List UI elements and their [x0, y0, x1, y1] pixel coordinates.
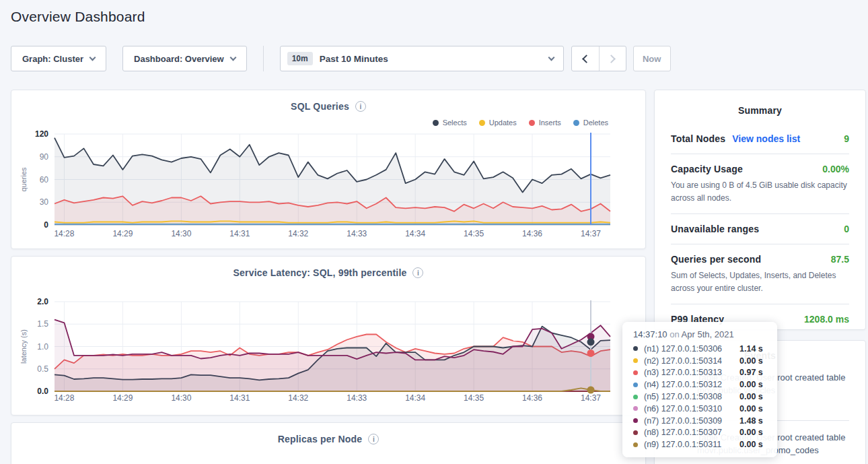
node-address: (n4) 127.0.0.1:50312	[644, 380, 739, 389]
svg-text:14:34: 14:34	[405, 393, 425, 403]
graph-selector-dropdown[interactable]: Graph: Cluster	[11, 46, 106, 71]
unavailable-ranges-value: 0	[844, 224, 849, 234]
node-color-dot-icon	[633, 346, 638, 351]
svg-text:latency (s): latency (s)	[20, 329, 28, 364]
time-range-badge: 10m	[287, 52, 313, 65]
node-color-dot-icon	[633, 395, 638, 399]
graph-selector-label: Graph: Cluster	[22, 54, 83, 64]
now-button[interactable]: Now	[633, 46, 671, 71]
summary-panel: Summary Total Nodes View nodes list 9 Ca…	[654, 90, 866, 330]
svg-text:14:33: 14:33	[347, 229, 367, 238]
svg-text:60: 60	[40, 175, 49, 185]
svg-text:0: 0	[44, 220, 48, 230]
tooltip-timestamp: 14:37:10 on Apr 5th, 2021	[633, 329, 768, 339]
tooltip-node-row: (n6) 127.0.0.1:503100.00 s	[633, 403, 768, 415]
node-color-dot-icon	[633, 370, 638, 375]
total-nodes-value: 9	[844, 133, 849, 144]
node-color-dot-icon	[633, 430, 638, 435]
tooltip-node-row: (n1) 127.0.0.1:503061.14 s	[633, 343, 768, 355]
node-address: (n5) 127.0.0.1:50308	[644, 392, 739, 401]
svg-text:14:36: 14:36	[522, 393, 542, 403]
node-address: (n3) 127.0.0.1:50313	[644, 368, 739, 377]
svg-text:0.0: 0.0	[37, 387, 48, 396]
node-latency-value: 1.48 s	[739, 416, 763, 426]
node-latency-value: 0.00 s	[739, 380, 763, 389]
svg-text:14:31: 14:31	[229, 229, 250, 238]
svg-text:14:28: 14:28	[54, 229, 74, 238]
svg-text:14:29: 14:29	[112, 393, 133, 403]
svg-text:14:35: 14:35	[464, 229, 484, 238]
overview-dashboard-page: Overview Dashboard Graph: Cluster Dashbo…	[0, 0, 868, 464]
chevron-right-icon	[607, 55, 616, 63]
total-nodes-label: Total Nodes	[671, 133, 725, 144]
node-color-dot-icon	[633, 383, 638, 387]
capacity-usage-value: 0.00%	[822, 164, 849, 174]
p99-latency-value: 1208.0 ms	[804, 314, 849, 325]
unavailable-ranges-label: Unavailable ranges	[671, 224, 759, 234]
svg-text:14:36: 14:36	[522, 229, 542, 238]
tooltip-node-row: (n5) 127.0.0.1:503080.00 s	[633, 391, 768, 403]
tooltip-node-row: (n4) 127.0.0.1:503120.00 s	[633, 378, 768, 391]
capacity-usage-description: You are using 0 B of 4.5 GiB usable disk…	[671, 179, 849, 204]
node-address: (n1) 127.0.0.1:50306	[644, 344, 739, 354]
svg-text:14:31: 14:31	[229, 393, 250, 403]
node-color-dot-icon	[633, 442, 638, 447]
svg-text:queries: queries	[20, 167, 28, 192]
queries-per-second-value: 87.5	[831, 254, 849, 265]
service-latency-card: Service Latency: SQL, 99th percentile i …	[11, 256, 646, 416]
next-time-button[interactable]	[599, 46, 626, 71]
divider	[671, 213, 849, 214]
svg-text:14:30: 14:30	[171, 393, 191, 403]
page-title: Overview Dashboard	[11, 9, 145, 25]
node-latency-value: 1.14 s	[739, 344, 763, 354]
svg-text:90: 90	[40, 152, 49, 162]
service-latency-chart[interactable]: 14:2814:2914:3014:3114:3214:3314:3414:35…	[11, 257, 645, 415]
node-latency-value: 0.00 s	[739, 404, 763, 413]
replicas-per-node-card: Replicas per Node i	[11, 422, 646, 464]
tooltip-node-row: (n9) 127.0.0.1:503110.00 s	[633, 438, 768, 451]
node-latency-value: 0.00 s	[739, 428, 763, 437]
svg-text:14:37: 14:37	[581, 229, 601, 238]
chevron-down-icon	[229, 54, 236, 61]
svg-text:14:28: 14:28	[54, 393, 74, 403]
node-latency-value: 0.00 s	[739, 392, 763, 401]
chevron-left-icon	[582, 55, 591, 63]
time-step-buttons	[571, 46, 626, 71]
dashboard-selector-dropdown[interactable]: Dashboard: Overview	[122, 46, 247, 71]
tooltip-node-row: (n7) 127.0.0.1:503091.48 s	[633, 415, 768, 427]
svg-text:14:33: 14:33	[347, 393, 367, 403]
prev-time-button[interactable]	[572, 46, 599, 71]
sql-queries-chart[interactable]: 14:2814:2914:3014:3114:3214:3314:3414:35…	[11, 90, 645, 248]
tooltip-node-row: (n2) 127.0.0.1:503140.00 s	[633, 355, 768, 367]
sql-queries-card: SQL Queries i SelectsUpdatesInsertsDelet…	[11, 90, 646, 249]
summary-title: Summary	[671, 105, 849, 116]
svg-text:0.5: 0.5	[37, 364, 48, 374]
dashboard-selector-label: Dashboard: Overview	[134, 54, 224, 64]
view-nodes-list-link[interactable]: View nodes list	[732, 133, 800, 144]
node-color-dot-icon	[633, 418, 638, 423]
svg-text:2.0: 2.0	[37, 297, 48, 306]
time-range-dropdown[interactable]: 10m Past 10 Minutes	[280, 46, 564, 71]
chevron-down-icon	[89, 54, 96, 61]
tooltip-node-row: (n8) 127.0.0.1:503070.00 s	[633, 427, 768, 439]
node-latency-value: 0.00 s	[739, 440, 763, 449]
svg-text:14:32: 14:32	[288, 229, 308, 238]
node-address: (n7) 127.0.0.1:50309	[644, 416, 739, 426]
svg-text:14:37: 14:37	[581, 393, 601, 403]
time-range-label: Past 10 Minutes	[320, 54, 542, 64]
divider	[671, 304, 849, 304]
queries-per-second-description: Sum of Selects, Updates, Inserts, and De…	[671, 269, 849, 294]
capacity-usage-row: Capacity Usage 0.00%	[671, 164, 849, 174]
toolbar-divider	[263, 46, 264, 71]
total-nodes-row: Total Nodes View nodes list 9	[671, 133, 849, 144]
svg-text:14:35: 14:35	[464, 393, 484, 403]
svg-text:1.0: 1.0	[37, 342, 48, 352]
svg-text:120: 120	[35, 129, 48, 139]
info-icon[interactable]: i	[368, 434, 379, 444]
replicas-chart-title: Replicas per Node	[278, 434, 363, 444]
svg-text:14:32: 14:32	[288, 393, 308, 403]
svg-text:14:30: 14:30	[171, 229, 191, 238]
node-address: (n6) 127.0.0.1:50310	[644, 404, 739, 413]
chart-hover-tooltip: 14:37:10 on Apr 5th, 2021 (n1) 127.0.0.1…	[622, 322, 777, 457]
node-address: (n8) 127.0.0.1:50307	[644, 428, 739, 437]
